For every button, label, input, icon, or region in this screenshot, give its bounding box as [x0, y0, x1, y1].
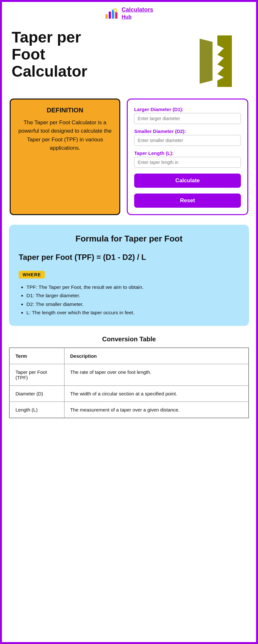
two-col-section: DEFINITION The Taper per Foot Calculator… — [2, 93, 256, 222]
d1-field-group: Larger Diameter (D1): — [134, 107, 241, 125]
d2-input[interactable] — [134, 135, 241, 146]
l-field-group: Taper Length (L): — [134, 150, 241, 169]
svg-rect-1 — [109, 12, 111, 19]
formula-item-tpf: TPF: The Taper per Foot, the result we a… — [26, 283, 239, 291]
d1-input[interactable] — [134, 113, 241, 124]
d1-label: Larger Diameter (D1): — [134, 107, 241, 112]
where-badge: WHERE — [19, 271, 45, 279]
svg-marker-6 — [200, 39, 213, 84]
logo-icon — [105, 6, 119, 21]
col-header-term: Term — [9, 348, 64, 364]
formula-item-l: L: The length over which the taper occur… — [26, 308, 239, 317]
formula-section: Formula for Taper per Foot Taper per Foo… — [9, 225, 249, 326]
desc-diameter: The width of a circular section at a spe… — [64, 386, 249, 402]
svg-marker-7 — [217, 35, 232, 87]
d2-field-group: Smaller Diameter (D2): — [134, 128, 241, 147]
table-row: Length (L) The measurement of a taper ov… — [9, 402, 249, 418]
logo-text-block: Calculators Hub — [122, 6, 153, 20]
page-title: Taper per Foot Calculator — [12, 29, 115, 80]
table-row: Taper per Foot (TPF) The rate of taper o… — [9, 364, 249, 386]
formula-item-d1: D1: The larger diameter. — [26, 291, 239, 300]
l-label: Taper Length (L): — [134, 150, 241, 156]
term-diameter: Diameter (D) — [9, 386, 64, 402]
svg-rect-3 — [115, 12, 117, 19]
logo: Calculators Hub — [105, 6, 153, 21]
conversion-table: Term Description Taper per Foot (TPF) Th… — [9, 347, 249, 418]
col-header-description: Description — [64, 348, 249, 364]
hero-section: Taper per Foot Calculator — [2, 23, 256, 93]
calculator-box: Larger Diameter (D1): Smaller Diameter (… — [127, 99, 248, 215]
table-header-row: Term Description — [9, 348, 249, 364]
svg-point-5 — [114, 9, 116, 11]
conversion-table-title: Conversion Table — [9, 336, 249, 343]
reset-button[interactable]: Reset — [134, 194, 241, 208]
desc-length: The measurement of a taper over a given … — [64, 402, 249, 418]
term-length: Length (L) — [9, 402, 64, 418]
definition-title: DEFINITION — [47, 107, 83, 114]
svg-rect-0 — [105, 14, 108, 19]
formula-item-d2: D2: The smaller diameter. — [26, 300, 239, 308]
d2-label: Smaller Diameter (D2): — [134, 128, 241, 134]
taper-illustration — [188, 32, 246, 90]
header: Calculators Hub — [2, 2, 256, 23]
formula-list: TPF: The Taper per Foot, the result we a… — [19, 283, 239, 317]
definition-text: The Taper per Foot Calculator is a power… — [16, 118, 114, 152]
term-tpf: Taper per Foot (TPF) — [9, 364, 64, 386]
calculate-button[interactable]: Calculate — [134, 174, 241, 188]
l-input[interactable] — [134, 157, 241, 168]
formula-heading: Formula for Taper per Foot — [19, 234, 239, 244]
desc-tpf: The rate of taper over one foot length. — [64, 364, 249, 386]
definition-box: DEFINITION The Taper per Foot Calculator… — [10, 99, 120, 215]
table-row: Diameter (D) The width of a circular sec… — [9, 386, 249, 402]
formula-equation: Taper per Foot (TPF) = (D1 - D2) / L — [19, 253, 239, 262]
logo-name: Calculators Hub — [122, 6, 153, 20]
conversion-section: Conversion Table Term Description Taper … — [2, 332, 256, 428]
